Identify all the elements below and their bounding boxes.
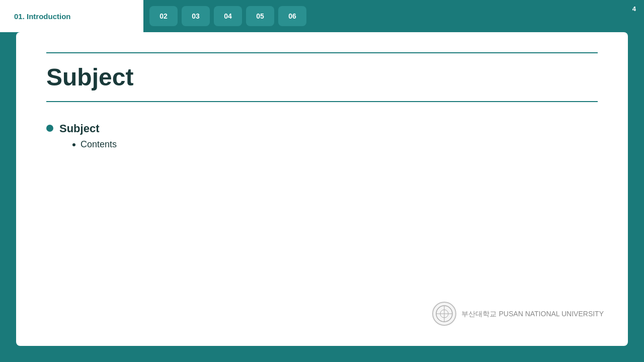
university-logo: 부산대학교 PUSAN NATIONAL UNIVERSITY bbox=[432, 302, 604, 326]
nav-tab-04[interactable]: 04 bbox=[214, 6, 242, 26]
nav-active-tab[interactable]: 01. Introduction bbox=[0, 0, 143, 32]
title-rule-bottom bbox=[46, 101, 598, 102]
nav-tab-02[interactable]: 02 bbox=[149, 6, 178, 26]
nav-tab-group: 02 03 04 05 06 bbox=[143, 0, 312, 32]
nav-tab-05[interactable]: 05 bbox=[246, 6, 274, 26]
list-item: Contents bbox=[72, 139, 117, 150]
title-rule-top bbox=[46, 52, 598, 53]
list-item: Subject Contents bbox=[46, 122, 598, 154]
nav-tab-06[interactable]: 06 bbox=[278, 6, 306, 26]
content-area: Subject Subject Contents bbox=[16, 32, 628, 346]
university-name-english: PUSAN NATIONAL UNIVERSITY bbox=[499, 310, 604, 318]
sub-bullet-text: Contents bbox=[80, 139, 117, 150]
nav-tab-03[interactable]: 03 bbox=[182, 6, 210, 26]
page-number: 4 bbox=[632, 5, 636, 13]
slide-title: Subject bbox=[46, 63, 598, 91]
top-navigation: 01. Introduction 02 03 04 05 06 bbox=[0, 0, 644, 32]
main-bullet-list: Subject Contents bbox=[46, 122, 598, 154]
university-name-korean: 부산대학교 bbox=[461, 310, 497, 318]
main-bullet-text: Subject bbox=[59, 122, 99, 135]
bullet-dot-main bbox=[46, 125, 53, 132]
sub-bullet-list: Contents bbox=[59, 139, 117, 150]
university-logo-icon bbox=[432, 302, 456, 326]
sub-bullet-dot bbox=[72, 143, 75, 146]
